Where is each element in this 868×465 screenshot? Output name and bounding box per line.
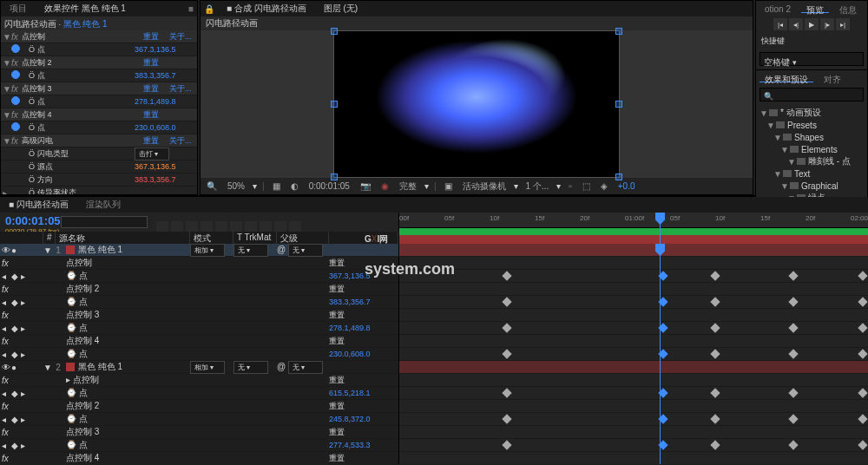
timeline-tab-comp[interactable]: ■ 闪电路径动画 bbox=[3, 197, 74, 213]
property-value[interactable]: 245.8,372.0 bbox=[329, 415, 398, 423]
layer-color[interactable] bbox=[66, 246, 75, 254]
tree-item[interactable]: Graphical bbox=[801, 181, 838, 191]
time-display[interactable]: 0:00:01:05 bbox=[306, 181, 352, 191]
fx-badge[interactable]: fx bbox=[11, 58, 22, 68]
tree-item[interactable]: 雕刻线 - 点 bbox=[808, 155, 851, 167]
property-value[interactable]: 367.3,136.5 bbox=[329, 272, 398, 280]
property-value[interactable]: 383.3,356.7 bbox=[135, 175, 195, 184]
keyframe[interactable] bbox=[710, 440, 720, 449]
timeline-search[interactable] bbox=[61, 216, 148, 228]
mask-icon[interactable]: ◐ bbox=[288, 181, 301, 191]
keyframe[interactable] bbox=[502, 388, 511, 397]
panel-menu-icon[interactable]: ≡ bbox=[188, 4, 194, 14]
property-value[interactable]: 重置 bbox=[329, 310, 398, 321]
reset-link[interactable]: 重置 bbox=[143, 135, 169, 147]
shortcut-dropdown[interactable]: 空格键 ▾ bbox=[760, 52, 864, 66]
col-source[interactable]: 源名称 bbox=[56, 232, 190, 244]
blend-mode-dropdown[interactable]: 相加 ▾ bbox=[190, 244, 225, 257]
property-value[interactable]: 重置 bbox=[329, 258, 398, 269]
keyframe[interactable] bbox=[502, 271, 511, 280]
effect-name[interactable]: 高级闪电 bbox=[22, 135, 143, 147]
pickwhip-icon[interactable]: @ bbox=[277, 245, 286, 254]
transform-handle[interactable] bbox=[331, 28, 338, 35]
property-name[interactable]: 点控制 2 bbox=[64, 400, 190, 412]
resolution-dropdown[interactable]: 完整 bbox=[397, 180, 419, 193]
layer-name[interactable]: 黑色 纯色 1 bbox=[76, 244, 190, 256]
trkmat-dropdown[interactable]: 无 ▾ bbox=[233, 244, 268, 257]
tab-project[interactable]: 项目 bbox=[4, 1, 32, 16]
twirl-icon[interactable]: ▼ bbox=[787, 157, 794, 167]
property-value[interactable]: 击打 ▾ bbox=[135, 147, 195, 160]
reset-link[interactable]: 重置 bbox=[143, 109, 169, 121]
camera-dropdown[interactable]: 活动摄像机 bbox=[460, 180, 509, 193]
property-value[interactable]: 重置 bbox=[329, 401, 398, 412]
twirl-icon[interactable]: ▼ bbox=[780, 181, 787, 191]
next-kf-icon[interactable]: ▸ bbox=[21, 324, 30, 332]
twirl-icon[interactable]: ▼ bbox=[3, 58, 11, 68]
tab-layer[interactable]: 图层 (无) bbox=[319, 1, 363, 16]
reset-link[interactable]: 重置 bbox=[143, 57, 169, 69]
transform-handle[interactable] bbox=[615, 101, 622, 108]
effect-name[interactable]: 点控制 4 bbox=[22, 109, 143, 121]
snapshot-icon[interactable]: 📷 bbox=[358, 181, 373, 191]
stopwatch-icon[interactable] bbox=[11, 70, 20, 79]
prev-kf-icon[interactable]: ◂ bbox=[2, 324, 10, 332]
keyframe[interactable] bbox=[788, 349, 798, 358]
view-icon4[interactable]: ◈ bbox=[598, 181, 610, 191]
views-dropdown[interactable]: 1 个... bbox=[523, 180, 552, 193]
twirl-icon[interactable]: ▼ bbox=[780, 145, 787, 154]
fx-icon[interactable]: fx bbox=[2, 428, 10, 436]
twirl-icon[interactable]: ▼ bbox=[43, 363, 52, 372]
property-name[interactable]: 点控制 3 bbox=[64, 426, 190, 438]
view-icon3[interactable]: ⬚ bbox=[580, 181, 593, 191]
keyframe[interactable] bbox=[710, 388, 720, 397]
property-value[interactable]: 383.3,356.7 bbox=[329, 298, 398, 306]
twirl-icon[interactable]: ▼ bbox=[3, 136, 11, 146]
first-frame-icon[interactable]: |◂ bbox=[773, 18, 787, 30]
next-kf-icon[interactable]: ▸ bbox=[21, 415, 30, 423]
property-value[interactable]: 278.1,489.8 bbox=[329, 324, 398, 332]
twirl-icon[interactable]: ▼ bbox=[3, 84, 11, 94]
fx-badge[interactable]: fx bbox=[11, 136, 22, 146]
eye-icon[interactable]: 👁 bbox=[2, 246, 10, 254]
keyframe[interactable] bbox=[502, 414, 511, 423]
transform-handle[interactable] bbox=[615, 28, 622, 35]
next-kf-icon[interactable]: ▸ bbox=[21, 441, 30, 449]
play-icon[interactable]: ▶ bbox=[805, 18, 819, 30]
preset-search[interactable]: 🔍 bbox=[760, 88, 864, 102]
property-name[interactable]: ⌚ 点 bbox=[64, 296, 190, 308]
property-name[interactable]: ⌚ 点 bbox=[64, 413, 190, 425]
blend-mode-dropdown[interactable]: 相加 ▾ bbox=[190, 361, 225, 374]
zoom-dropdown[interactable]: 50% bbox=[225, 181, 247, 191]
keyframe[interactable] bbox=[858, 414, 867, 423]
col-mode[interactable]: 模式 bbox=[190, 232, 233, 244]
add-kf-icon[interactable]: ◆ bbox=[11, 441, 20, 449]
fx-icon[interactable]: fx bbox=[2, 337, 10, 345]
add-kf-icon[interactable]: ◆ bbox=[11, 350, 20, 358]
solo-icon[interactable]: ● bbox=[11, 246, 20, 254]
tab-composition[interactable]: ■ 合成 闪电路径动画 bbox=[221, 1, 312, 17]
next-kf-icon[interactable]: ▸ bbox=[21, 389, 30, 397]
keyframe[interactable] bbox=[788, 297, 798, 306]
reset-link[interactable]: 重置 bbox=[143, 31, 169, 43]
fx-badge[interactable]: fx bbox=[11, 32, 22, 42]
keyframe[interactable] bbox=[788, 271, 798, 280]
property-name[interactable]: 点控制 bbox=[64, 257, 190, 269]
tab-motion[interactable]: otion 2 bbox=[760, 3, 796, 13]
keyframe[interactable] bbox=[788, 388, 798, 397]
tree-item[interactable]: Elements bbox=[801, 145, 838, 154]
property-name[interactable]: 点控制 2 bbox=[64, 283, 190, 295]
solo-icon[interactable]: ● bbox=[11, 363, 20, 371]
keyframe[interactable] bbox=[710, 349, 720, 358]
prev-kf-icon[interactable]: ◂ bbox=[2, 350, 10, 358]
prev-frame-icon[interactable]: ◂| bbox=[789, 18, 803, 30]
stopwatch-icon[interactable] bbox=[11, 122, 20, 131]
keyframe[interactable] bbox=[502, 297, 511, 306]
fx-icon[interactable]: fx bbox=[2, 311, 10, 319]
comp-duration-bar[interactable] bbox=[399, 235, 868, 244]
trkmat-dropdown[interactable]: 无 ▾ bbox=[233, 361, 268, 374]
twirl-icon[interactable]: ▼ bbox=[43, 246, 52, 255]
twirl-icon[interactable]: ▼ bbox=[773, 133, 780, 142]
prev-kf-icon[interactable]: ◂ bbox=[2, 272, 10, 280]
add-kf-icon[interactable]: ◆ bbox=[11, 298, 20, 306]
